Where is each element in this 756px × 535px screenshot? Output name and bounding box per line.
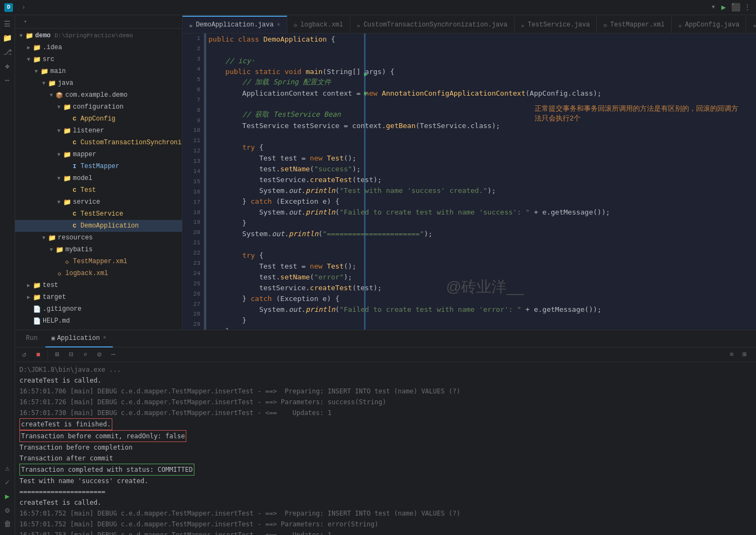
sidebar-item-HELP-md[interactable]: 📄HELP.md <box>15 315 182 327</box>
application-tab-close[interactable]: × <box>103 335 106 341</box>
sidebar-item-TestService[interactable]: CTestService <box>15 208 182 220</box>
sidebar-item-listener[interactable]: ▼📁listener <box>15 125 182 137</box>
run-button[interactable]: ▶ <box>719 3 728 12</box>
sidebar-item-label-TestService: TestService <box>80 210 123 218</box>
folder-icon: 📁 <box>63 103 71 111</box>
line-num-28: 28 <box>183 309 204 319</box>
tab-CustomTransactionSynchronization[interactable]: ☕ CustomTransactionSynchronization.java <box>350 16 515 33</box>
filter-btn[interactable]: ⊟ <box>65 349 77 360</box>
run-panel-icon[interactable]: ▶ <box>1 490 14 503</box>
sidebar-item-TestMapper-if[interactable]: ITestMapper <box>15 160 182 172</box>
tab-TestService[interactable]: ☕ TestService.java <box>515 16 597 33</box>
sidebar-item-main[interactable]: ▼📁main <box>15 65 182 77</box>
code-editor[interactable]: 1234567891011121314151617181920212223242… <box>183 34 756 330</box>
tab-icon-DemoApplication: ☕ <box>189 22 193 29</box>
application-tab[interactable]: ▣ Application × <box>45 330 113 347</box>
sidebar-item-configuration[interactable]: ▼📁configuration <box>15 101 182 113</box>
run-tab[interactable]: Run <box>19 330 44 347</box>
sidebar-item-idea[interactable]: ▶📁.idea <box>15 42 182 54</box>
sidebar-item-label-TestMapper-if: TestMapper <box>80 163 119 170</box>
sidebar-item-label-demo-root: demo D:\SpringPractice\demo <box>35 32 133 39</box>
sidebar-item-AppConfig[interactable]: CAppConfig <box>15 113 182 125</box>
project-header[interactable]: ▾ <box>15 15 182 29</box>
editor-area: ☕ DemoApplication.java ×◇ logback.xml ☕ … <box>183 15 756 330</box>
scroll-btn[interactable]: ⊞ <box>51 349 63 360</box>
tab-TestMapper-java[interactable]: ☕ TestMapper.java <box>746 16 756 33</box>
folder-icon: 📁 <box>63 150 71 159</box>
sidebar-item-DemoApplication[interactable]: CDemoApplication <box>15 220 182 232</box>
stop-btn[interactable]: ■ <box>32 349 44 360</box>
notification-icon[interactable]: ⚠ <box>1 462 14 474</box>
sidebar-item-resources[interactable]: ▼📁resources <box>15 232 182 244</box>
tab-label-CustomTransactionSynchronization: CustomTransactionSynchronization.java <box>363 21 507 29</box>
search-btn[interactable]: ⌕ <box>79 349 91 360</box>
tab-label-AppConfig: AppConfig.java <box>685 21 740 29</box>
menu-icon[interactable]: ☰ <box>1 17 14 30</box>
sidebar-item-label-listener: listener <box>73 127 104 135</box>
settings-icon[interactable]: ⚙ <box>1 504 14 517</box>
sep1 <box>48 350 48 359</box>
sidebar-item-mybatis[interactable]: ▼📁mybatis <box>15 244 182 256</box>
blue-line <box>364 34 366 330</box>
sidebar-item-logback-xml[interactable]: ◇logback.xml <box>15 268 182 279</box>
line-num-5: 5 <box>183 75 204 85</box>
layout-btn[interactable]: ⊞ <box>739 349 751 360</box>
tab-icon-TestMapper: ◇ <box>603 22 607 29</box>
tab-DemoApplication[interactable]: ☕ DemoApplication.java × <box>183 16 287 33</box>
sidebar-item-model[interactable]: ▼📁model <box>15 172 182 184</box>
sidebar-item-mapper[interactable]: ▼📁mapper <box>15 149 182 160</box>
sidebar-item-target[interactable]: ▶📁target <box>15 291 182 303</box>
code-content[interactable]: public class DemoApplication { // icy· p… <box>204 34 756 330</box>
line-num-7: 7 <box>183 95 204 105</box>
sidebar-item-label-service: service <box>73 198 100 206</box>
class-icon: C <box>70 210 79 218</box>
project-icon[interactable]: 📁 <box>1 31 14 44</box>
tab-logback[interactable]: ◇ logback.xml <box>287 16 350 33</box>
structure-icon[interactable]: ❖ <box>1 59 14 72</box>
sidebar-item-label-mybatis: mybatis <box>65 246 92 253</box>
tab-label-DemoApplication: DemoApplication.java <box>196 21 274 29</box>
class-icon: C <box>70 222 79 230</box>
sidebar-item-gitignore[interactable]: 📄.gitignore <box>15 303 182 315</box>
tab-icon-CustomTransactionSynchronization: ☕ <box>357 22 361 29</box>
tab-icon-AppConfig: ☕ <box>678 22 682 29</box>
sidebar-item-demo-root[interactable]: ▼📁demo D:\SpringPractice\demo <box>15 30 182 42</box>
sidebar-item-CustomTransactionSynchronizatio[interactable]: CCustomTransactionSynchronizatio <box>15 137 182 149</box>
console-line: Transaction completed with status: COMMI… <box>19 464 752 476</box>
sidebar-item-java[interactable]: ▼📁java <box>15 77 182 89</box>
dots-btn[interactable]: ⋯ <box>107 349 119 360</box>
line-num-1: 1 <box>183 34 204 44</box>
sidebar-item-com-example-demo[interactable]: ▼📦com.example.demo <box>15 89 182 101</box>
tab-bar: ☕ DemoApplication.java ×◇ logback.xml ☕ … <box>183 15 756 34</box>
folder-icon: 📁 <box>40 67 49 76</box>
sidebar-item-TestMapper-xml[interactable]: ◇TestMapper.xml <box>15 256 182 268</box>
more-icon[interactable]: ⋯ <box>1 73 14 86</box>
commit-icon[interactable]: ⎇ <box>1 45 14 58</box>
sidebar-item-src[interactable]: ▼📁src <box>15 54 182 65</box>
gear-btn[interactable]: ⚙ <box>93 349 105 360</box>
folder-icon: 📁 <box>32 281 41 290</box>
console-line: 16:57:01.753 [main] DEBUG c.e.d.mapper.T… <box>19 530 752 535</box>
more-button[interactable]: ⋮ <box>743 3 752 12</box>
run-config[interactable]: ▼ <box>710 4 715 10</box>
debug-button[interactable]: ⬛ <box>731 3 740 12</box>
line-num-29: 29 <box>183 319 204 330</box>
editor-sidebar-area: ▾ ▼📁demo D:\SpringPractice\demo▶📁.idea▼📁… <box>15 15 756 330</box>
tasks-icon[interactable]: ✓ <box>1 476 14 489</box>
fold-btn[interactable]: ≡ <box>726 349 738 360</box>
console-area[interactable]: D:\JDK1.8\bin\java.exe ...createTest is … <box>15 362 756 535</box>
sidebar-item-label-gitignore: .gitignore <box>43 305 82 313</box>
tab-TestMapper[interactable]: ◇ TestMapper.xml <box>597 16 671 33</box>
sidebar-item-Test[interactable]: CTest <box>15 184 182 196</box>
sidebar-item-label-java: java <box>58 79 73 87</box>
console-line: ====================== <box>19 486 752 497</box>
tab-close-DemoApplication[interactable]: × <box>277 22 280 28</box>
sidebar-item-service[interactable]: ▼📁service <box>15 196 182 208</box>
console-line: 16:57:01.752 [main] DEBUG c.e.d.mapper.T… <box>19 508 752 519</box>
sidebar-item-test[interactable]: ▶📁test <box>15 279 182 291</box>
folder-icon: 📁 <box>48 233 56 242</box>
tab-AppConfig[interactable]: ☕ AppConfig.java <box>672 16 746 33</box>
rerun-btn[interactable]: ↺ <box>18 349 30 360</box>
line-num-2: 2 <box>183 44 204 54</box>
trash-icon[interactable]: 🗑 <box>1 518 14 531</box>
